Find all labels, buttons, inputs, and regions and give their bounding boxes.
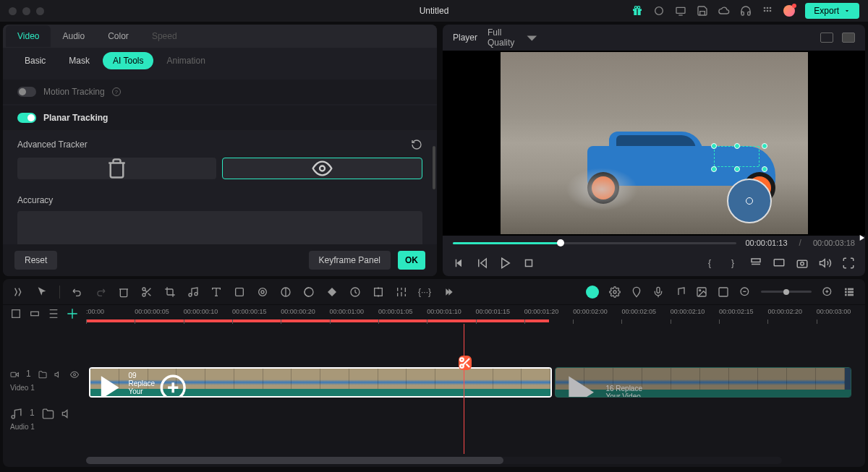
clip-2[interactable]: 16 Replace Your Video (555, 367, 851, 398)
svg-rect-61 (848, 291, 854, 293)
mark-out-icon[interactable]: } (726, 257, 739, 270)
export-button[interactable]: Export (805, 3, 859, 19)
tracker-preview-button[interactable] (222, 158, 422, 179)
ok-button[interactable]: OK (398, 251, 425, 270)
subtab-basic[interactable]: Basic (14, 52, 56, 69)
music-icon[interactable] (187, 286, 199, 298)
selection-tool-icon[interactable] (36, 286, 48, 298)
display-icon[interactable] (773, 257, 786, 270)
svg-marker-22 (820, 259, 825, 267)
headphones-icon[interactable] (740, 5, 752, 17)
folder-icon[interactable] (42, 408, 54, 420)
timeline-ruler[interactable]: :00:0000:00:00:0500:00:00:1000:00:00:150… (3, 305, 865, 324)
record-icon[interactable] (653, 5, 665, 17)
scrubber-track[interactable] (453, 242, 736, 244)
thumbnail-icon[interactable] (696, 286, 707, 298)
zoom-in-icon[interactable] (822, 286, 833, 298)
audio-mix-icon[interactable] (674, 286, 686, 298)
ripple-tool-icon[interactable] (13, 286, 25, 298)
expand-icon[interactable] (442, 286, 454, 298)
tab-video[interactable]: Video (6, 25, 51, 47)
color-icon[interactable] (303, 286, 315, 298)
quality-dropdown[interactable]: Full Quality (488, 26, 544, 50)
volume-icon[interactable] (819, 257, 832, 270)
clip-1[interactable]: 09 Replace Your Video (89, 367, 552, 398)
gear-icon[interactable] (609, 286, 621, 298)
gallery-view-icon[interactable] (842, 33, 855, 43)
effects-icon[interactable] (257, 286, 268, 298)
close-window[interactable] (9, 7, 17, 15)
ruler-icon-3[interactable] (48, 308, 59, 319)
minimize-window[interactable] (22, 7, 30, 15)
play-backward-button[interactable] (476, 257, 489, 270)
compare-view-icon[interactable] (820, 33, 833, 43)
snapshot-icon[interactable] (796, 257, 809, 270)
cloud-icon[interactable] (718, 5, 730, 17)
visibility-icon[interactable] (70, 369, 79, 381)
scrubber-handle[interactable] (557, 239, 564, 246)
speed-icon[interactable] (349, 286, 361, 298)
fullscreen-icon[interactable] (842, 257, 855, 270)
undo-icon[interactable] (72, 286, 83, 298)
ai-smart-icon[interactable] (586, 286, 599, 299)
video-preview[interactable] (443, 51, 865, 236)
text-icon[interactable] (210, 286, 222, 298)
avatar-icon[interactable] (783, 5, 795, 17)
redo-icon[interactable] (95, 286, 106, 298)
reset-button[interactable]: Reset (14, 251, 57, 270)
play-button[interactable] (499, 257, 512, 270)
apps-icon[interactable] (762, 5, 773, 17)
scrollbar-vertical[interactable] (433, 146, 435, 189)
ruler-icon-1[interactable] (10, 308, 22, 319)
tab-speed[interactable]: Speed (140, 25, 189, 47)
monitor-icon[interactable] (675, 5, 686, 17)
scrollbar-thumb[interactable] (86, 457, 503, 464)
more-tool-icon[interactable]: {···} (419, 286, 430, 298)
transport-controls: { } (443, 250, 865, 276)
maximize-window[interactable] (36, 7, 44, 15)
subtab-ai-tools[interactable]: AI Tools (103, 52, 153, 69)
ruler-icon-4[interactable] (67, 308, 78, 319)
adjust-icon[interactable] (396, 286, 407, 298)
help-icon[interactable]: ? (112, 87, 121, 96)
mute-icon[interactable] (54, 369, 63, 381)
folder-icon[interactable] (38, 369, 47, 381)
save-icon[interactable] (697, 5, 708, 17)
accuracy-dropdown[interactable]: Default (17, 211, 422, 244)
stop-button[interactable] (522, 257, 535, 270)
gift-icon[interactable] (631, 5, 643, 17)
ruler-icon-2[interactable] (29, 308, 41, 319)
mute-icon[interactable] (61, 408, 74, 420)
mic-icon[interactable] (652, 286, 664, 298)
tracking-icon[interactable] (373, 286, 384, 298)
keyframe-icon[interactable] (326, 286, 338, 298)
split-icon[interactable] (141, 286, 153, 298)
play-overlay-icon[interactable] (856, 233, 865, 245)
tab-audio[interactable]: Audio (51, 25, 96, 47)
list-view-icon[interactable] (843, 286, 855, 298)
subtab-mask[interactable]: Mask (59, 52, 100, 69)
keyframe-panel-button[interactable]: Keyframe Panel (309, 251, 391, 270)
delete-icon[interactable] (118, 286, 129, 298)
playhead[interactable] (464, 324, 464, 454)
ruler-tick: 00:00:00:05 (135, 305, 183, 324)
zoom-slider[interactable] (761, 291, 812, 293)
planar-tracking-toggle[interactable] (17, 113, 36, 123)
render-icon[interactable] (718, 286, 729, 298)
transition-icon[interactable] (280, 286, 292, 298)
zoom-out-icon[interactable] (739, 286, 751, 298)
prev-frame-button[interactable] (453, 257, 466, 270)
marker-icon[interactable] (749, 257, 762, 270)
planar-track-overlay[interactable] (714, 146, 765, 171)
subtab-animation[interactable]: Animation (156, 52, 215, 69)
shape-icon[interactable] (234, 286, 245, 298)
crop-icon[interactable] (164, 286, 176, 298)
tracker-reset-icon[interactable] (411, 139, 422, 150)
cut-marker[interactable] (459, 356, 472, 370)
marker-tool-icon[interactable] (631, 286, 642, 298)
timeline-scrollbar[interactable] (86, 457, 782, 464)
mark-in-icon[interactable]: { (703, 257, 716, 270)
tracker-delete-button[interactable] (17, 158, 216, 179)
motion-tracking-toggle[interactable] (17, 87, 36, 97)
tab-color[interactable]: Color (96, 25, 140, 47)
